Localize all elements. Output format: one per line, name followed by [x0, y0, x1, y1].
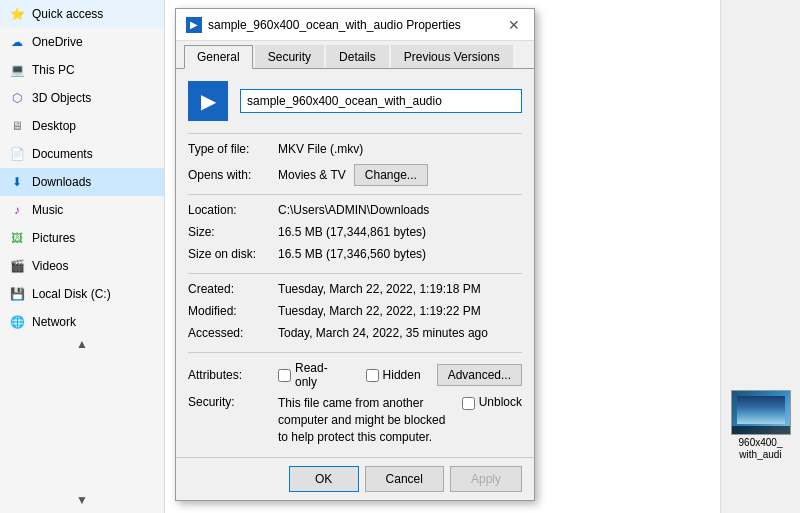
size-row: Size: 16.5 MB (17,344,861 bytes) — [188, 225, 522, 243]
modified-label: Modified: — [188, 304, 278, 322]
sidebar-icon-videos: 🎬 — [8, 257, 26, 275]
sidebar-item-onedrive[interactable]: ☁ OneDrive — [0, 28, 164, 56]
dialog-body: ▶ Type of file: MKV File (.mkv) Opens wi… — [176, 69, 534, 457]
cancel-button[interactable]: Cancel — [365, 466, 444, 492]
sidebar-item-videos[interactable]: 🎬 Videos — [0, 252, 164, 280]
sidebar-item-this-pc[interactable]: 💻 This PC — [0, 56, 164, 84]
sidebar-item-downloads[interactable]: ⬇ Downloads — [0, 168, 164, 196]
sidebar-icon-3d-objects: ⬡ — [8, 89, 26, 107]
tab-general[interactable]: General — [184, 45, 253, 69]
file-name-input[interactable] — [240, 89, 522, 113]
sidebar-icon-quick-access: ⭐ — [8, 5, 26, 23]
location-row: Location: C:\Users\ADMIN\Downloads — [188, 203, 522, 221]
sidebar-item-music[interactable]: ♪ Music — [0, 196, 164, 224]
dialog-titlebar: ▶ sample_960x400_ocean_with_audio Proper… — [176, 9, 534, 41]
sidebar-label-quick-access: Quick access — [32, 7, 103, 21]
dialog-footer: OK Cancel Apply — [176, 457, 534, 500]
sidebar-label-desktop: Desktop — [32, 119, 76, 133]
change-button[interactable]: Change... — [354, 164, 428, 186]
sidebar-icon-local-disk: 💾 — [8, 285, 26, 303]
location-label: Location: — [188, 203, 278, 221]
modified-row: Modified: Tuesday, March 22, 2022, 1:19:… — [188, 304, 522, 322]
security-label: Security: — [188, 395, 278, 409]
ok-button[interactable]: OK — [289, 466, 359, 492]
hidden-label: Hidden — [383, 368, 421, 382]
accessed-label: Accessed: — [188, 326, 278, 344]
unblock-label: Unblock — [479, 395, 522, 409]
tab-details[interactable]: Details — [326, 45, 389, 68]
thumbnail-image — [731, 390, 791, 435]
security-row: Security: This file came from another co… — [188, 395, 522, 445]
sidebar-label-3d-objects: 3D Objects — [32, 91, 91, 105]
sidebar-icon-pictures: 🖼 — [8, 229, 26, 247]
type-value: MKV File (.mkv) — [278, 142, 363, 160]
readonly-checkbox[interactable] — [278, 369, 291, 382]
thumbnail-label: 960x400_ with_audi — [739, 437, 783, 461]
separator-1 — [188, 133, 522, 134]
apply-button[interactable]: Apply — [450, 466, 522, 492]
file-header: ▶ — [188, 81, 522, 121]
sidebar-icon-onedrive: ☁ — [8, 33, 26, 51]
hidden-checkbox[interactable] — [366, 369, 379, 382]
separator-3 — [188, 273, 522, 274]
type-label: Type of file: — [188, 142, 278, 160]
sidebar-label-downloads: Downloads — [32, 175, 91, 189]
opens-value: Movies & TV — [278, 168, 346, 182]
separator-2 — [188, 194, 522, 195]
sidebar-label-videos: Videos — [32, 259, 68, 273]
file-type-icon: ▶ — [188, 81, 228, 121]
close-button[interactable]: ✕ — [504, 15, 524, 35]
readonly-checkbox-row: Read-only — [278, 361, 350, 389]
dialog-title-icon: ▶ — [186, 17, 202, 33]
size-disk-label: Size on disk: — [188, 247, 278, 265]
tab-security[interactable]: Security — [255, 45, 324, 68]
dialog-title-text: sample_960x400_ocean_with_audio Properti… — [208, 18, 461, 32]
security-text: This file came from another computer and… — [278, 395, 454, 445]
created-label: Created: — [188, 282, 278, 300]
sidebar-icon-network: 🌐 — [8, 313, 26, 331]
sidebar-item-network[interactable]: 🌐 Network — [0, 308, 164, 336]
advanced-button[interactable]: Advanced... — [437, 364, 522, 386]
properties-dialog: ▶ sample_960x400_ocean_with_audio Proper… — [175, 8, 535, 501]
sidebar-icon-this-pc: 💻 — [8, 61, 26, 79]
sidebar-item-quick-access[interactable]: ⭐ Quick access — [0, 0, 164, 28]
location-value: C:\Users\ADMIN\Downloads — [278, 203, 429, 221]
sidebar-item-local-disk[interactable]: 💾 Local Disk (C:) — [0, 280, 164, 308]
sidebar-scroll-down[interactable]: ▼ — [0, 492, 164, 508]
sidebar-label-music: Music — [32, 203, 63, 217]
sidebar-label-pictures: Pictures — [32, 231, 75, 245]
readonly-label: Read-only — [295, 361, 350, 389]
attributes-row: Attributes: Read-only Hidden Advanced... — [188, 361, 522, 389]
attributes-label: Attributes: — [188, 368, 278, 382]
sidebar-icon-music: ♪ — [8, 201, 26, 219]
titlebar-left: ▶ sample_960x400_ocean_with_audio Proper… — [186, 17, 461, 33]
sidebar-icon-downloads: ⬇ — [8, 173, 26, 191]
size-disk-row: Size on disk: 16.5 MB (17,346,560 bytes) — [188, 247, 522, 265]
hidden-checkbox-row: Hidden — [366, 368, 421, 382]
accessed-value: Today, March 24, 2022, 35 minutes ago — [278, 326, 488, 344]
sidebar-label-this-pc: This PC — [32, 63, 75, 77]
modified-value: Tuesday, March 22, 2022, 1:19:22 PM — [278, 304, 481, 322]
size-value: 16.5 MB (17,344,861 bytes) — [278, 225, 426, 243]
unblock-checkbox[interactable] — [462, 397, 475, 410]
sidebar-label-onedrive: OneDrive — [32, 35, 83, 49]
main-content: 960x400_ with_audi ▶ sample_960x400_ocea… — [165, 0, 800, 513]
sidebar-item-3d-objects[interactable]: ⬡ 3D Objects — [0, 84, 164, 112]
sidebar: ⭐ Quick access ☁ OneDrive 💻 This PC ⬡ 3D… — [0, 0, 165, 513]
sidebar-item-desktop[interactable]: 🖥 Desktop — [0, 112, 164, 140]
thumbnail-area: 960x400_ with_audi — [720, 0, 800, 513]
opens-row: Opens with: Movies & TV Change... — [188, 164, 522, 186]
tab-previous-versions[interactable]: Previous Versions — [391, 45, 513, 68]
size-disk-value: 16.5 MB (17,346,560 bytes) — [278, 247, 426, 265]
sidebar-scroll-up[interactable]: ▲ — [0, 336, 164, 352]
sidebar-label-network: Network — [32, 315, 76, 329]
sidebar-label-local-disk: Local Disk (C:) — [32, 287, 111, 301]
created-row: Created: Tuesday, March 22, 2022, 1:19:1… — [188, 282, 522, 300]
sidebar-label-documents: Documents — [32, 147, 93, 161]
tabs-bar: GeneralSecurityDetailsPrevious Versions — [176, 41, 534, 69]
sidebar-item-documents[interactable]: 📄 Documents — [0, 140, 164, 168]
sidebar-item-pictures[interactable]: 🖼 Pictures — [0, 224, 164, 252]
type-row: Type of file: MKV File (.mkv) — [188, 142, 522, 160]
separator-4 — [188, 352, 522, 353]
sidebar-icon-desktop: 🖥 — [8, 117, 26, 135]
